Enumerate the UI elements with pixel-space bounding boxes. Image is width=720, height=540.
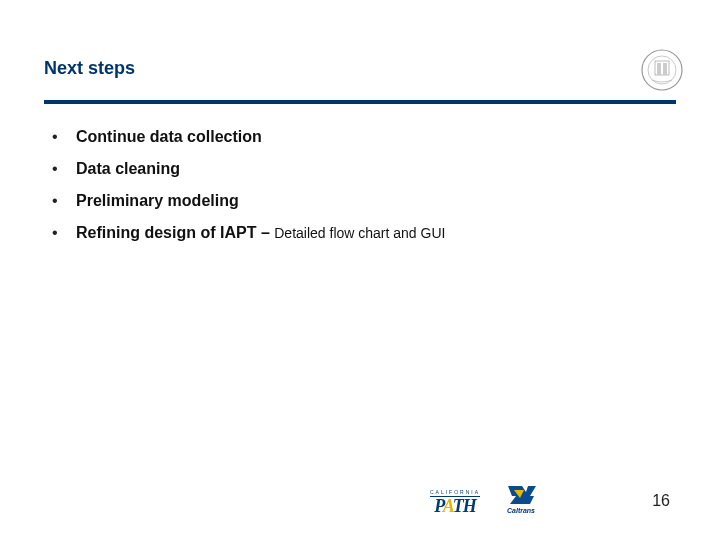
bullet-dot-icon: • <box>52 128 76 146</box>
bullet-list: • Continue data collection • Data cleani… <box>52 128 660 256</box>
list-item: • Refining design of IAPT – Detailed flo… <box>52 224 660 242</box>
page-number: 16 <box>652 492 670 510</box>
caltrans-logo-label: Caltrans <box>507 507 535 514</box>
list-item: • Continue data collection <box>52 128 660 146</box>
svg-marker-5 <box>508 486 536 504</box>
list-item-text: Continue data collection <box>76 128 660 146</box>
caltrans-logo-icon: Caltrans <box>504 484 538 514</box>
list-item: • Preliminary modeling <box>52 192 660 210</box>
bullet-dot-icon: • <box>52 224 76 242</box>
path-logo-name: PATH <box>434 498 476 514</box>
title-separator <box>44 100 676 104</box>
footer-logos: CALIFORNIA PATH Caltrans <box>430 484 538 514</box>
list-item: • Data cleaning <box>52 160 660 178</box>
slide: Next steps • Continue data collection • … <box>0 0 720 540</box>
list-item-text: Data cleaning <box>76 160 660 178</box>
svg-rect-4 <box>663 63 667 75</box>
path-logo-icon: CALIFORNIA PATH <box>430 489 480 514</box>
list-item-text: Refining design of IAPT – Detailed flow … <box>76 224 660 242</box>
bullet-dot-icon: • <box>52 192 76 210</box>
svg-rect-3 <box>657 63 661 75</box>
bullet-dot-icon: • <box>52 160 76 178</box>
list-item-text: Preliminary modeling <box>76 192 660 210</box>
university-seal-icon <box>640 48 684 92</box>
slide-title: Next steps <box>44 58 135 79</box>
